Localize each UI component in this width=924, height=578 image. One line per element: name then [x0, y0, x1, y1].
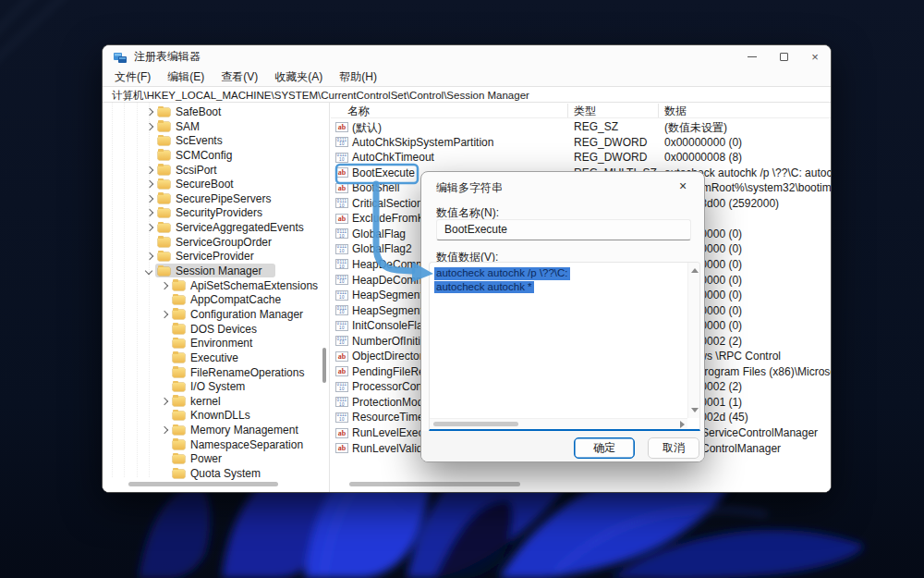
column-separator[interactable] [658, 104, 659, 117]
scroll-down-icon[interactable] [691, 408, 699, 412]
chevron-right-icon[interactable] [145, 122, 154, 131]
column-separator[interactable] [567, 104, 568, 117]
value-data-textarea[interactable]: autocheck autochk /p \??\C:autocheck aut… [429, 262, 700, 431]
tree-item-kernel[interactable]: kernel [103, 394, 329, 409]
chevron-right-icon[interactable] [160, 281, 169, 290]
chevron-right-icon[interactable] [145, 166, 154, 175]
tree-item-secureboot[interactable]: SecureBoot [103, 177, 329, 191]
tree-item-dos-devices[interactable]: DOS Devices [103, 322, 329, 337]
ok-button[interactable]: 确定 [574, 437, 635, 459]
tree-item-appcompatcache[interactable]: AppCompatCache [103, 292, 329, 307]
folder-icon [173, 397, 185, 406]
folder-icon [173, 383, 185, 392]
tree-item-label: DOS Devices [190, 323, 257, 336]
value-type: REG_SZ [574, 120, 618, 133]
dword-value-icon: 011110 [335, 412, 348, 423]
scroll-right-icon[interactable] [680, 421, 685, 428]
folder-icon [158, 267, 170, 277]
chevron-right-icon[interactable] [145, 208, 154, 217]
tree-item-label: SecureBoot [176, 178, 234, 191]
minimize-icon [748, 56, 757, 57]
cancel-button[interactable]: 取消 [648, 437, 699, 459]
column-header-[interactable]: 名称 [347, 104, 370, 119]
dword-value-icon: 011110 [335, 336, 348, 346]
tree-item-serviceaggregatedevents[interactable]: ServiceAggregatedEvents [103, 220, 329, 235]
list-header: 名称类型数据 [331, 103, 831, 118]
scrollbar-thumb[interactable] [433, 422, 518, 426]
window-title: 注册表编辑器 [134, 49, 201, 65]
tree-item-securityproviders[interactable]: SecurityProviders [103, 205, 329, 220]
dialog-close-button[interactable]: × [671, 176, 695, 196]
close-button[interactable]: × [799, 45, 831, 68]
value-name: (默认) [352, 120, 382, 135]
tree-item-quota-system[interactable]: Quota System [103, 466, 329, 481]
dword-value-icon: 011110 [335, 259, 348, 269]
tree-item-sam[interactable]: SAM [103, 119, 329, 134]
tree-item-servicegrouporder[interactable]: ServiceGroupOrder [103, 235, 329, 250]
tree-item-label: ScEvents [176, 134, 223, 147]
menu-item-e[interactable]: 编辑(E) [159, 68, 213, 87]
value-name-field[interactable]: BootExecute [436, 219, 691, 240]
tree-item-scsiport[interactable]: ScsiPort [103, 163, 329, 178]
textarea-horizontal-scrollbar[interactable] [430, 418, 687, 429]
chevron-right-icon[interactable] [145, 223, 154, 232]
folder-icon [173, 310, 185, 319]
scroll-up-icon[interactable] [691, 268, 699, 273]
tree-horizontal-scrollbar[interactable] [128, 482, 278, 486]
folder-icon [173, 440, 185, 449]
column-header-[interactable]: 数据 [664, 104, 687, 119]
tree-item-knowndlls[interactable]: KnownDLLs [103, 408, 329, 423]
chevron-right-icon[interactable] [145, 179, 154, 189]
value-name: AutoChkSkipSystemPartition [352, 136, 493, 149]
dialog-title: 编辑多字符串 [436, 180, 503, 196]
minimize-button[interactable] [736, 45, 768, 68]
menu-item-a[interactable]: 收藏夹(A) [266, 68, 331, 87]
maximize-button[interactable] [768, 45, 799, 68]
tree-item-label: SecurePipeServers [176, 192, 271, 205]
tree-item-filerenameoperations[interactable]: FileRenameOperations [103, 365, 329, 380]
tree-item-safeboot[interactable]: SafeBoot [103, 105, 329, 119]
tree-item-power[interactable]: Power [103, 451, 329, 466]
tree-item-namespaceseparation[interactable]: NamespaceSeparation [103, 437, 329, 452]
tree-item-environment[interactable]: Environment [103, 336, 329, 350]
tree-item-i-o-system[interactable]: I/O System [103, 379, 329, 394]
tree-item-session-manager[interactable]: Session Manager [103, 264, 329, 278]
menu-item-v[interactable]: 查看(V) [213, 68, 266, 87]
menu-item-f[interactable]: 文件(F) [106, 68, 159, 87]
column-header-[interactable]: 类型 [574, 104, 596, 119]
textarea-vertical-scrollbar[interactable] [687, 263, 699, 418]
menu-bar: 文件(F)编辑(E)查看(V)收藏夹(A)帮助(H) [106, 68, 831, 86]
tree-item-apisetschemaextensions[interactable]: ApiSetSchemaExtensions [103, 278, 329, 293]
title-bar[interactable]: 注册表编辑器 × [103, 45, 831, 68]
registry-value-row-[interactable]: ab(默认)REG_SZ(数值未设置) [331, 119, 831, 135]
dword-value-icon: 011110 [335, 153, 348, 163]
chevron-right-icon[interactable] [160, 397, 169, 406]
chevron-right-icon[interactable] [145, 252, 154, 261]
folder-icon [173, 325, 185, 334]
tree-item-label: Session Manager [176, 264, 261, 277]
tree-item-scevents[interactable]: ScEvents [103, 133, 329, 148]
tree-item-label: ServiceProvider [176, 250, 254, 263]
tree-item-label: NamespaceSeparation [190, 438, 303, 451]
list-horizontal-scrollbar[interactable] [349, 482, 520, 486]
tree-item-scmconfig[interactable]: SCMConfig [103, 148, 329, 163]
selected-text-line: autocheck autochk * [434, 281, 534, 294]
tree-item-securepipeservers[interactable]: SecurePipeServers [103, 191, 329, 206]
chevron-right-icon[interactable] [145, 194, 154, 203]
chevron-down-icon[interactable] [145, 266, 154, 276]
chevron-right-icon[interactable] [145, 107, 154, 117]
chevron-right-icon[interactable] [160, 310, 169, 319]
tree-item-executive[interactable]: Executive [103, 350, 329, 365]
pane-splitter[interactable] [329, 103, 330, 492]
tree-item-memory-management[interactable]: Memory Management [103, 423, 329, 437]
menu-item-h[interactable]: 帮助(H) [331, 68, 385, 87]
address-bar[interactable]: 计算机\HKEY_LOCAL_MACHINE\SYSTEM\CurrentCon… [103, 86, 831, 103]
value-name: ProtectionMode [352, 396, 430, 409]
chevron-right-icon[interactable] [160, 425, 169, 435]
tree-item-serviceprovider[interactable]: ServiceProvider [103, 249, 329, 264]
registry-value-row-autochktimeout[interactable]: 011110AutoChkTimeoutREG_DWORD0x00000008 … [331, 150, 831, 166]
value-data: (数值未设置) [664, 120, 727, 135]
registry-value-row-autochkskipsystempartition[interactable]: 011110AutoChkSkipSystemPartitionREG_DWOR… [331, 135, 831, 151]
tree-item-configuration-manager[interactable]: Configuration Manager [103, 307, 329, 322]
tree-item-label: ServiceAggregatedEvents [176, 221, 304, 234]
